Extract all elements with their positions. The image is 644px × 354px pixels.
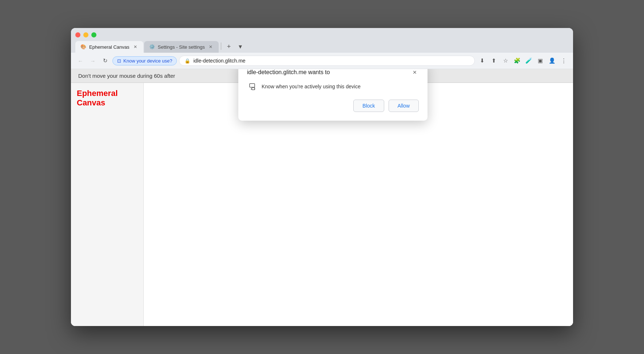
ephemeral-tab-title: Ephemeral Canvas: [89, 44, 130, 50]
new-tab-button[interactable]: +: [223, 41, 234, 52]
menu-button[interactable]: ⋮: [558, 56, 569, 66]
back-button[interactable]: ←: [75, 56, 86, 66]
popup-header: idle-detection.glitch.me wants to ✕: [247, 69, 419, 76]
allow-button[interactable]: Allow: [389, 100, 419, 112]
url-text: idle-detection.glitch.me: [193, 58, 469, 64]
forward-button[interactable]: →: [88, 56, 98, 66]
tab-dropdown-button[interactable]: ▾: [235, 41, 246, 52]
settings-tab-close[interactable]: ✕: [208, 44, 214, 50]
popup-permission-row: Know when you're actively using this dev…: [247, 82, 419, 91]
page-content: Don't move your mouse during 60s after E…: [71, 69, 573, 326]
page-header-text: Don't move your mouse during 60s after: [78, 73, 175, 79]
share-button[interactable]: ⬆: [489, 56, 499, 66]
permission-description: Know when you're actively using this dev…: [262, 84, 361, 89]
flask-button[interactable]: 🧪: [524, 56, 534, 66]
device-use-button[interactable]: ⊡ Know your device use?: [112, 56, 177, 65]
sidebar-title: Ephemeral Canvas: [77, 89, 138, 108]
svg-rect-1: [252, 88, 255, 90]
sidebar: Ephemeral Canvas: [71, 83, 144, 326]
tabs-row: 🎨 Ephemeral Canvas ✕ ⚙️ Settings - Site …: [75, 41, 569, 53]
split-button[interactable]: ▣: [535, 56, 545, 66]
maximize-button[interactable]: [91, 32, 96, 37]
minimize-button[interactable]: [83, 32, 88, 37]
settings-tab-icon: ⚙️: [149, 44, 155, 50]
permission-popup: idle-detection.glitch.me wants to ✕: [238, 69, 428, 121]
idle-detection-icon: [249, 82, 257, 91]
tab-ephemeral[interactable]: 🎨 Ephemeral Canvas ✕: [75, 41, 143, 53]
bookmark-button[interactable]: ☆: [500, 56, 510, 66]
extensions-button[interactable]: 🧩: [512, 56, 522, 66]
popup-title: idle-detection.glitch.me wants to: [247, 69, 330, 76]
svg-rect-0: [250, 84, 255, 87]
ephemeral-tab-icon: 🎨: [80, 44, 86, 50]
block-button[interactable]: Block: [353, 100, 384, 112]
download-button[interactable]: ⬇: [477, 56, 487, 66]
close-button[interactable]: [75, 32, 80, 37]
browser-window: 🎨 Ephemeral Canvas ✕ ⚙️ Settings - Site …: [71, 28, 573, 326]
toolbar-actions: ⬇ ⬆ ☆ 🧩 🧪 ▣ 👤 ⋮: [477, 56, 569, 66]
reload-button[interactable]: ↻: [100, 56, 110, 66]
settings-tab-title: Settings - Site settings: [158, 44, 205, 50]
page-body: Ephemeral Canvas idle-detection.glitch.m…: [71, 83, 573, 326]
popup-buttons: Block Allow: [247, 100, 419, 112]
title-bar: 🎨 Ephemeral Canvas ✕ ⚙️ Settings - Site …: [71, 28, 573, 53]
lock-icon: 🔒: [184, 58, 190, 64]
ephemeral-tab-close[interactable]: ✕: [132, 44, 138, 50]
tab-settings[interactable]: ⚙️ Settings - Site settings ✕: [144, 41, 219, 53]
window-controls: [75, 32, 569, 37]
popup-close-button[interactable]: ✕: [411, 69, 419, 76]
device-use-icon: ⊡: [117, 58, 121, 64]
omnibox[interactable]: 🔒 idle-detection.glitch.me: [179, 56, 475, 66]
page-main: idle-detection.glitch.me wants to ✕: [144, 83, 573, 326]
device-use-label: Know your device use?: [123, 58, 172, 64]
toolbar: ← → ↻ ⊡ Know your device use? 🔒 idle-det…: [71, 53, 573, 69]
tab-separator: [221, 43, 221, 50]
profile-button[interactable]: 👤: [547, 56, 557, 66]
